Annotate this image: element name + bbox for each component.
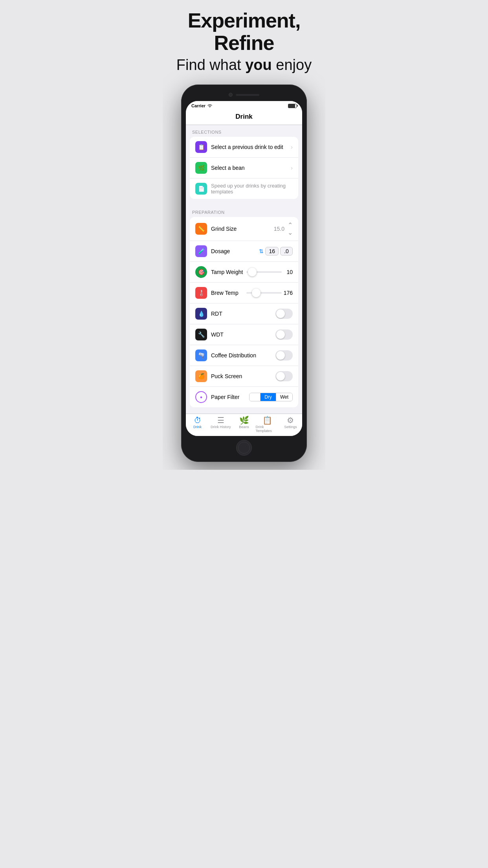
paper-filter-icon: ● (195, 391, 207, 403)
preparation-header: PREPARATION (186, 205, 302, 217)
grind-size-label: Grind Size (211, 226, 274, 232)
tamp-weight-label: Tamp Weight (211, 269, 246, 275)
brew-temp-label: Brew Temp (211, 290, 246, 296)
page-wrapper: Experiment, Refine Find what you enjoy C… (163, 0, 325, 470)
paper-filter-dry[interactable]: Dry (261, 393, 276, 401)
grind-size-value: 15.0 (274, 226, 284, 232)
brew-temp-icon: 🌡️ (195, 287, 207, 299)
tab-beans[interactable]: 🌿 Beans (232, 416, 255, 433)
tamp-weight-slider-container (246, 271, 282, 273)
paper-filter-none[interactable] (250, 393, 261, 401)
paper-filter-segmented: Dry Wet (249, 393, 293, 401)
phone-screen: Carrier Drink SELECT (186, 101, 302, 436)
tab-drink-label: Drink (193, 425, 202, 429)
previous-drink-chevron: › (291, 144, 293, 150)
brew-temp-item: 🌡️ Brew Temp 176 (190, 283, 298, 303)
grind-size-stepper-icon[interactable]: ⌃⌄ (288, 221, 293, 236)
screen-content: SELECTIONS 📋 Select a previous drink to … (186, 125, 302, 414)
coffee-distribution-toggle-knob (276, 351, 285, 360)
puck-screen-label: Puck Screen (211, 373, 275, 379)
puck-screen-toggle-knob (276, 372, 285, 381)
dosage-value2[interactable]: .0 (280, 247, 293, 256)
tab-settings[interactable]: ⚙ Settings (279, 416, 302, 433)
wdt-toggle[interactable] (275, 329, 293, 340)
brew-temp-track[interactable] (246, 292, 282, 294)
carrier-text: Carrier (191, 103, 205, 108)
tab-drink-templates[interactable]: 📋 Drink Templates (256, 416, 279, 433)
phone-camera (229, 93, 233, 97)
wifi-icon (207, 104, 213, 108)
template-label: Speed up your drinks by creating templat… (211, 183, 293, 195)
tamp-weight-icon: 🎯 (195, 266, 207, 278)
brew-temp-slider-container (246, 292, 282, 294)
phone-speaker (236, 94, 259, 96)
status-carrier: Carrier (191, 103, 213, 108)
subtitle-prefix: Find what (176, 57, 245, 73)
phone-frame: Carrier Drink SELECT (181, 85, 307, 462)
main-title: Experiment, Refine (169, 9, 319, 54)
template-icon: 📄 (195, 183, 207, 195)
preparation-card: 📏 Grind Size 15.0 ⌃⌄ 🧪 Dosage (190, 217, 298, 407)
tamp-weight-track[interactable] (246, 271, 282, 273)
previous-drink-icon: 📋 (195, 141, 207, 153)
selections-card: 📋 Select a previous drink to edit › 🌿 Se… (190, 137, 298, 199)
tab-drink[interactable]: ⏱ Drink (186, 416, 209, 433)
dosage-value1[interactable]: 16 (265, 247, 279, 256)
dosage-label: Dosage (211, 248, 259, 254)
coffee-distribution-icon: 🫗 (195, 349, 207, 361)
nav-title: Drink (186, 110, 302, 125)
tamp-weight-value: 10 (282, 269, 293, 275)
tab-beans-icon: 🌿 (239, 416, 249, 424)
dosage-arrows[interactable]: ⇅ (259, 248, 264, 254)
wdt-item: 🔧 WDT (190, 324, 298, 345)
phone-top-bar (186, 89, 302, 100)
dosage-icon: 🧪 (195, 245, 207, 257)
dosage-control: ⇅ 16 .0 (259, 247, 293, 256)
dosage-item: 🧪 Dosage ⇅ 16 .0 (190, 241, 298, 262)
previous-drink-label: Select a previous drink to edit (211, 144, 291, 150)
wdt-icon: 🔧 (195, 329, 207, 340)
tamp-weight-thumb[interactable] (248, 268, 257, 276)
phone-home-inner (238, 442, 250, 454)
tab-drink-icon: ⏱ (194, 416, 202, 424)
template-item[interactable]: 📄 Speed up your drinks by creating templ… (190, 178, 298, 199)
tab-beans-label: Beans (239, 425, 249, 429)
brew-temp-thumb[interactable] (252, 289, 261, 297)
coffee-distribution-toggle[interactable] (275, 350, 293, 360)
rdt-icon: 💧 (195, 308, 207, 320)
tab-drink-templates-icon: 📋 (262, 416, 272, 424)
rdt-toggle-knob (276, 309, 285, 318)
brew-temp-value: 176 (282, 290, 293, 296)
puck-screen-icon: 🍊 (195, 370, 207, 382)
tab-drink-history[interactable]: ☰ Drink History (209, 416, 232, 433)
coffee-distribution-item: 🫗 Coffee Distribution (190, 345, 298, 366)
tab-bar: ⏱ Drink ☰ Drink History 🌿 Beans 📋 Drink … (186, 414, 302, 436)
battery-fill (288, 104, 295, 108)
grind-size-item: 📏 Grind Size 15.0 ⌃⌄ (190, 217, 298, 241)
wdt-label: WDT (211, 331, 275, 338)
paper-filter-label: Paper Filter (211, 394, 249, 400)
wdt-toggle-knob (276, 330, 285, 339)
subtitle-suffix: enjoy (272, 57, 312, 73)
tab-drink-history-label: Drink History (211, 425, 231, 429)
paper-filter-wet[interactable]: Wet (276, 393, 292, 401)
selections-header: SELECTIONS (186, 125, 302, 137)
headline: Experiment, Refine Find what you enjoy (163, 0, 325, 77)
nav-title-text: Drink (235, 113, 252, 120)
rdt-toggle[interactable] (275, 309, 293, 319)
previous-drink-item[interactable]: 📋 Select a previous drink to edit › (190, 137, 298, 158)
subtitle-bold: you (245, 57, 272, 73)
rdt-label: RDT (211, 311, 275, 317)
status-bar: Carrier (186, 101, 302, 110)
puck-screen-toggle[interactable] (275, 371, 293, 381)
select-bean-item[interactable]: 🌿 Select a bean › (190, 158, 298, 178)
phone-home-button[interactable] (236, 440, 252, 456)
tamp-weight-item: 🎯 Tamp Weight 10 (190, 262, 298, 283)
rdt-item: 💧 RDT (190, 303, 298, 324)
paper-filter-item: ● Paper Filter Dry Wet (190, 387, 298, 407)
tab-settings-label: Settings (284, 425, 297, 429)
select-bean-chevron: › (291, 165, 293, 171)
coffee-distribution-label: Coffee Distribution (211, 352, 275, 359)
battery-icon (288, 104, 297, 108)
grind-size-icon: 📏 (195, 223, 207, 235)
